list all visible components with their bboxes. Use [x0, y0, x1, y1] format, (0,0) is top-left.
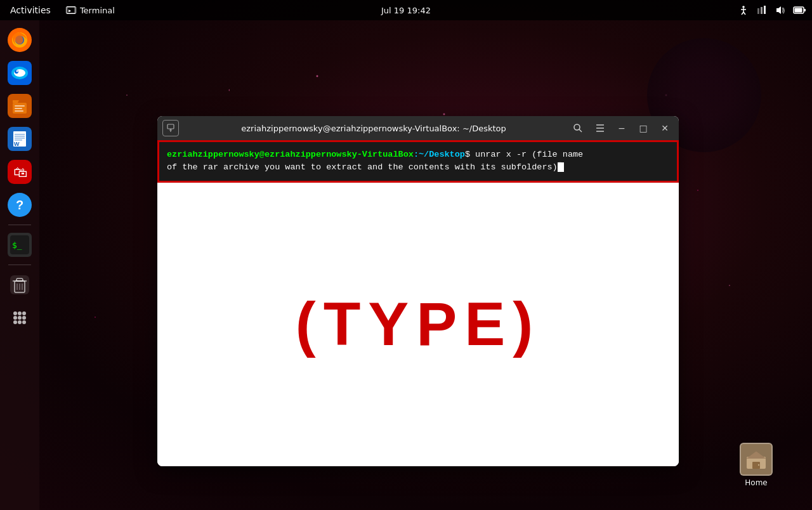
- svg-point-74: [22, 316, 26, 320]
- accessibility-icon[interactable]: [738, 5, 749, 15]
- svg-text:?: ?: [16, 198, 23, 212]
- dock-item-help[interactable]: ?: [5, 190, 34, 219]
- topbar-right: ) ): [738, 5, 807, 15]
- svg-rect-52: [15, 138, 25, 139]
- desktop: Activities ▶ Terminal Jul 19 19:42: [0, 0, 812, 510]
- svg-rect-47: [15, 110, 23, 112]
- terminal-main-content: (TYPE): [157, 183, 679, 467]
- svg-point-72: [13, 316, 17, 320]
- network-icon[interactable]: [756, 5, 768, 15]
- terminal-close-button[interactable]: ✕: [656, 120, 674, 136]
- svg-rect-51: [15, 136, 25, 137]
- svg-text:🛍: 🛍: [13, 164, 27, 180]
- svg-rect-46: [15, 108, 22, 109]
- sparkle-decoration: [39, 20, 230, 115]
- prompt-command: unrar x -r (file name: [475, 150, 583, 159]
- topbar: Activities ▶ Terminal Jul 19 19:42: [0, 0, 812, 20]
- svg-rect-28: [764, 6, 766, 14]
- svg-line-82: [579, 129, 582, 132]
- svg-line-25: [743, 12, 745, 15]
- dock-divider-2: [8, 265, 31, 265]
- terminal-command-highlight: ezriahzippernowsky@ezriahzippernowsky-Vi…: [157, 140, 679, 183]
- topbar-terminal-label: Terminal: [80, 6, 115, 15]
- terminal-search-button[interactable]: [568, 119, 587, 137]
- svg-rect-27: [761, 7, 763, 14]
- dock-item-files[interactable]: [5, 91, 34, 121]
- desktop-home-icon[interactable]: Home: [740, 443, 773, 487]
- svg-point-71: [22, 311, 26, 315]
- svg-rect-33: [804, 9, 806, 11]
- topbar-terminal-indicator[interactable]: ▶ Terminal: [61, 4, 120, 16]
- topbar-left: Activities ▶ Terminal: [5, 4, 120, 16]
- prompt-user: ezriahzippernowsky@ezriahzippernowsky-Vi…: [167, 150, 414, 159]
- prompt-path: :~/Desktop: [414, 150, 465, 159]
- svg-point-42: [16, 70, 18, 72]
- dock-item-writer[interactable]: W: [5, 124, 34, 154]
- svg-rect-78: [167, 124, 174, 129]
- terminal-maximize-button[interactable]: □: [634, 120, 652, 136]
- svg-point-77: [22, 320, 26, 324]
- dock-item-trash[interactable]: [5, 270, 34, 299]
- terminal-titlebar: ezriahzippernowsky@ezriahzippernowsky-Vi…: [157, 116, 679, 140]
- dock: W 🛍 ? $_: [0, 20, 39, 510]
- titlebar-controls: − □ ✕: [568, 119, 674, 137]
- type-label: (TYPE): [296, 289, 541, 359]
- minimize-icon: −: [618, 123, 625, 133]
- svg-point-21: [742, 6, 745, 8]
- topbar-datetime: Jul 19 19:42: [381, 6, 431, 15]
- dock-item-firefox[interactable]: [5, 25, 34, 55]
- svg-text:$_: $_: [12, 240, 22, 250]
- terminal-title: ezriahzippernowsky@ezriahzippernowsky-Vi…: [179, 124, 568, 133]
- home-icon-label: Home: [745, 478, 767, 487]
- home-folder-icon: [740, 443, 773, 476]
- svg-text:W: W: [14, 141, 20, 147]
- svg-point-70: [18, 311, 22, 315]
- terminal-minimize-button[interactable]: −: [613, 120, 631, 136]
- svg-point-73: [18, 316, 22, 320]
- maximize-icon: □: [639, 123, 647, 133]
- close-icon: ✕: [661, 123, 669, 133]
- prompt-dollar: $: [465, 150, 475, 159]
- new-tab-button[interactable]: [162, 120, 179, 136]
- terminal-command-area[interactable]: ezriahzippernowsky@ezriahzippernowsky-Vi…: [159, 142, 677, 181]
- svg-marker-29: [776, 6, 781, 14]
- svg-point-81: [574, 124, 580, 130]
- svg-rect-50: [15, 134, 25, 135]
- prompt-command-line2: of the rar archive you want to extract a…: [167, 162, 564, 172]
- svg-rect-26: [757, 8, 759, 14]
- activities-button[interactable]: Activities: [5, 4, 56, 16]
- dock-item-terminal[interactable]: $_: [5, 230, 34, 259]
- terminal-menu-button[interactable]: [591, 120, 609, 136]
- svg-rect-34: [795, 8, 802, 13]
- volume-icon[interactable]: ) ): [775, 5, 785, 15]
- dock-divider: [8, 225, 31, 225]
- dock-item-thunderbird[interactable]: [5, 58, 34, 88]
- svg-point-75: [13, 320, 17, 324]
- terminal-topbar-icon: ▶: [66, 6, 76, 14]
- svg-point-69: [13, 311, 17, 315]
- terminal-window: ezriahzippernowsky@ezriahzippernowsky-Vi…: [157, 116, 679, 466]
- svg-text:▶: ▶: [69, 8, 72, 13]
- svg-text:): ): [783, 7, 785, 14]
- titlebar-left: [162, 120, 179, 136]
- svg-point-88: [758, 464, 759, 466]
- dock-item-apps[interactable]: [5, 303, 34, 332]
- svg-rect-45: [15, 105, 25, 107]
- svg-point-76: [18, 320, 22, 324]
- dock-item-appstore[interactable]: 🛍: [5, 157, 34, 186]
- battery-icon[interactable]: [793, 5, 807, 15]
- svg-point-10: [229, 89, 230, 91]
